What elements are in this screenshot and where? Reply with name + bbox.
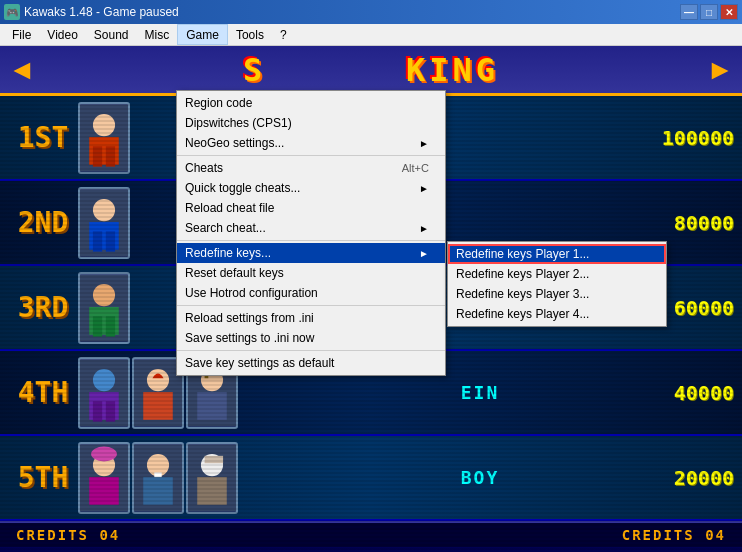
- redefine-player4[interactable]: Redefine keys Player 4...: [448, 304, 666, 324]
- svg-rect-34: [154, 472, 161, 477]
- score-4th: 40000: [614, 381, 734, 405]
- separator-4: [177, 350, 445, 351]
- title-bar: 🎮 Kawaks 1.48 - Game paused — □ ✕: [0, 0, 742, 24]
- svg-rect-14: [106, 316, 115, 336]
- player-row-5th: 5TH BOY 20000: [0, 436, 742, 521]
- window-controls[interactable]: — □ ✕: [680, 4, 738, 20]
- svg-rect-25: [197, 392, 227, 420]
- separator-3: [177, 305, 445, 306]
- char-box: [78, 187, 130, 259]
- svg-point-11: [93, 284, 115, 306]
- rank-2nd: 2ND: [8, 206, 78, 239]
- redefine-player3[interactable]: Redefine keys Player 3...: [448, 284, 666, 304]
- maximize-button[interactable]: □: [700, 4, 718, 20]
- svg-point-16: [93, 369, 115, 391]
- arrow-right-icon: ►: [706, 54, 734, 86]
- game-area: ◄ S KING ► 1ST 100000 2ND 80000 3RD: [0, 46, 742, 552]
- svg-rect-9: [106, 231, 115, 251]
- char-box: [132, 442, 184, 514]
- player-name-5th: BOY: [346, 467, 614, 488]
- credits-left: CREDITS 04: [16, 527, 120, 543]
- score-2nd: 80000: [614, 211, 734, 235]
- submenu-arrow-icon: ►: [419, 248, 429, 259]
- rank-5th: 5TH: [8, 461, 78, 494]
- menu-help[interactable]: ?: [272, 24, 295, 45]
- menu-tools[interactable]: Tools: [228, 24, 272, 45]
- menu-video[interactable]: Video: [39, 24, 85, 45]
- rank-4th: 4TH: [8, 376, 78, 409]
- menu-save-ini[interactable]: Save settings to .ini now: [177, 328, 445, 348]
- svg-rect-8: [93, 231, 102, 251]
- arrow-left-icon: ◄: [8, 54, 36, 86]
- menu-sound[interactable]: Sound: [86, 24, 137, 45]
- redefine-player1[interactable]: Redefine keys Player 1...: [448, 244, 666, 264]
- menu-bar: File Video Sound Misc Game Tools ?: [0, 24, 742, 46]
- separator-1: [177, 155, 445, 156]
- minimize-button[interactable]: —: [680, 4, 698, 20]
- svg-rect-38: [205, 455, 223, 462]
- menu-misc[interactable]: Misc: [137, 24, 178, 45]
- menu-dipswitches[interactable]: Dipswitches (CPS1): [177, 113, 445, 133]
- char-box: [186, 442, 238, 514]
- menu-reload-cheat[interactable]: Reload cheat file: [177, 198, 445, 218]
- menu-hotrod[interactable]: Use Hotrod configuration: [177, 283, 445, 303]
- svg-point-1: [93, 114, 115, 136]
- game-top-bar: ◄ S KING ►: [0, 46, 742, 96]
- game-title: S KING: [243, 51, 499, 89]
- game-menu: Region code Dipswitches (CPS1) NeoGeo se…: [176, 90, 446, 376]
- svg-rect-19: [106, 401, 115, 421]
- credits-right: CREDITS 04: [622, 527, 726, 543]
- svg-rect-13: [93, 316, 102, 336]
- svg-point-6: [93, 199, 115, 221]
- window-title: Kawaks 1.48 - Game paused: [24, 5, 179, 19]
- svg-rect-33: [143, 477, 173, 505]
- cheat-shortcut: Alt+C: [382, 162, 429, 174]
- svg-rect-22: [143, 392, 173, 420]
- menu-reload-ini[interactable]: Reload settings from .ini: [177, 308, 445, 328]
- svg-rect-4: [106, 146, 115, 166]
- score-5th: 20000: [614, 466, 734, 490]
- rank-1st: 1ST: [8, 121, 78, 154]
- redefine-submenu: Redefine keys Player 1... Redefine keys …: [447, 241, 667, 327]
- svg-point-21: [147, 369, 169, 391]
- menu-region-code[interactable]: Region code: [177, 93, 445, 113]
- title-bar-left: 🎮 Kawaks 1.48 - Game paused: [4, 4, 179, 20]
- char-box: [78, 442, 130, 514]
- menu-redefine-keys[interactable]: Redefine keys... ► Redefine keys Player …: [177, 243, 445, 263]
- menu-save-key-default[interactable]: Save key settings as default: [177, 353, 445, 373]
- menu-quick-toggle[interactable]: Quick toggle cheats... ►: [177, 178, 445, 198]
- separator-2: [177, 240, 445, 241]
- char-box: [78, 102, 130, 174]
- app-icon: 🎮: [4, 4, 20, 20]
- credits-bar: CREDITS 04 CREDITS 04: [0, 521, 742, 547]
- menu-search-cheat[interactable]: Search cheat... ►: [177, 218, 445, 238]
- char-box: [78, 272, 130, 344]
- chars-5th: [78, 442, 346, 514]
- svg-rect-29: [89, 477, 119, 505]
- svg-point-30: [91, 446, 117, 461]
- menu-cheats[interactable]: Cheats Alt+C: [177, 158, 445, 178]
- menu-file[interactable]: File: [4, 24, 39, 45]
- redefine-player2[interactable]: Redefine keys Player 2...: [448, 264, 666, 284]
- rank-3rd: 3RD: [8, 291, 78, 324]
- submenu-arrow-icon: ►: [419, 223, 429, 234]
- player-name-4th: EIN: [346, 382, 614, 403]
- menu-game[interactable]: Game: [177, 24, 228, 45]
- menu-neogeo[interactable]: NeoGeo settings... ►: [177, 133, 445, 153]
- char-box: [78, 357, 130, 429]
- svg-rect-18: [93, 401, 102, 421]
- score-1st: 100000: [614, 126, 734, 150]
- close-button[interactable]: ✕: [720, 4, 738, 20]
- svg-rect-37: [197, 477, 227, 505]
- submenu-arrow-icon: ►: [419, 183, 429, 194]
- submenu-arrow-icon: ►: [419, 138, 429, 149]
- svg-rect-3: [93, 146, 102, 166]
- menu-reset-keys[interactable]: Reset default keys: [177, 263, 445, 283]
